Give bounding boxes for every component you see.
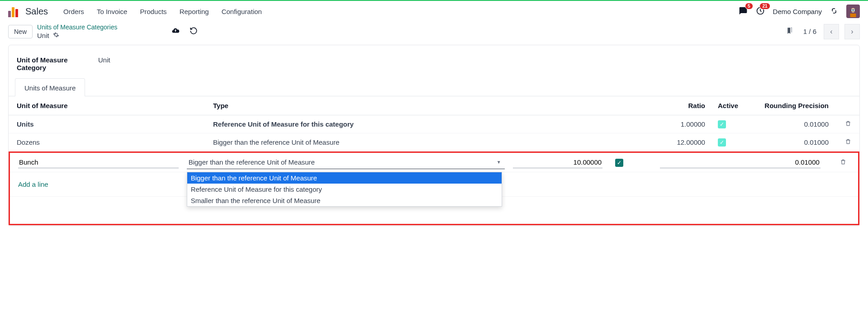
pager-next[interactable]: › (844, 24, 860, 39)
app-title[interactable]: Sales (25, 6, 48, 17)
svg-rect-6 (850, 14, 856, 17)
tabs: Units of Measure (9, 78, 859, 96)
table-row-editing[interactable]: Bigger than the reference Unit of Measur… (10, 153, 858, 172)
caret-down-icon: ▼ (497, 160, 501, 165)
col-uom[interactable]: Unit of Measure (9, 96, 205, 115)
dropdown-item[interactable]: Smaller than the reference Unit of Measu… (187, 195, 502, 206)
col-delete (837, 96, 859, 115)
uom-table: Unit of Measure Type Ratio Active Roundi… (9, 96, 859, 226)
cloud-upload-icon[interactable] (171, 27, 180, 36)
cell-ratio: 12.00000 (664, 133, 713, 151)
highlight-box: Bigger than the reference Unit of Measur… (9, 151, 859, 225)
col-type[interactable]: Type (205, 96, 664, 115)
control-bar: New Units of Measure Categories Unit 1 /… (0, 22, 868, 45)
avatar[interactable] (846, 5, 860, 18)
cell-type: Reference Unit of Measure for this categ… (213, 120, 354, 128)
type-dropdown: Bigger than the reference Unit of Measur… (187, 172, 502, 207)
navbar: Sales Orders To Invoice Products Reporti… (0, 1, 868, 22)
dropdown-item[interactable]: Reference Unit of Measure for this categ… (187, 184, 502, 195)
breadcrumb-current: Unit (37, 32, 49, 39)
table-row[interactable]: Units Reference Unit of Measure for this… (9, 115, 859, 133)
svg-rect-5 (853, 9, 855, 11)
table-row[interactable]: Dozens Bigger than the reference Unit of… (9, 133, 859, 151)
col-active[interactable]: Active (713, 96, 746, 115)
trash-icon[interactable] (845, 138, 851, 146)
breadcrumb: Units of Measure Categories Unit (37, 24, 117, 39)
trash-icon[interactable] (845, 120, 851, 128)
type-select[interactable]: Bigger than the reference Unit of Measur… (187, 156, 505, 169)
category-label: Unit of Measure Category (17, 56, 98, 71)
active-checkbox[interactable]: ✓ (718, 120, 726, 128)
nav-to-invoice[interactable]: To Invoice (91, 5, 133, 18)
activities-icon[interactable]: 21 (756, 6, 765, 17)
app-logo[interactable] (8, 5, 20, 17)
nav-orders[interactable]: Orders (58, 5, 90, 18)
active-checkbox[interactable]: ✓ (718, 138, 726, 147)
discard-icon[interactable] (190, 27, 198, 36)
nav-reporting[interactable]: Reporting (174, 5, 214, 18)
nav-products[interactable]: Products (134, 5, 172, 18)
cell-type: Bigger than the reference Unit of Measur… (205, 133, 664, 151)
active-checkbox[interactable]: ✓ (615, 159, 623, 167)
cell-round: 0.01000 (746, 115, 837, 133)
col-ratio[interactable]: Ratio (664, 96, 713, 115)
company-selector[interactable]: Demo Company (773, 8, 822, 15)
pager-text[interactable]: 1 / 6 (803, 28, 816, 35)
tab-uom[interactable]: Units of Measure (15, 78, 85, 96)
new-button[interactable]: New (8, 25, 33, 38)
cell-name: Dozens (9, 133, 205, 151)
svg-rect-4 (851, 9, 853, 11)
category-value[interactable]: Unit (98, 56, 110, 71)
nav-configuration[interactable]: Configuration (216, 5, 267, 18)
pager-prev[interactable]: ‹ (824, 24, 839, 39)
cell-name: Units (17, 120, 34, 128)
bookmark-icon[interactable] (785, 26, 793, 37)
messages-icon[interactable]: 5 (739, 6, 748, 17)
cell-round: 0.01000 (746, 133, 837, 151)
messages-badge: 5 (745, 3, 753, 9)
debug-icon[interactable] (830, 7, 838, 16)
form-card: Unit of Measure Category Unit Units of M… (8, 45, 860, 226)
rounding-input[interactable] (660, 156, 821, 168)
breadcrumb-parent[interactable]: Units of Measure Categories (37, 24, 117, 31)
type-select-value: Bigger than the reference Unit of Measur… (189, 158, 315, 166)
activities-badge: 21 (759, 3, 770, 9)
gear-icon[interactable] (53, 32, 59, 39)
cell-ratio: 1.00000 (664, 115, 713, 133)
col-round[interactable]: Rounding Precision (746, 96, 837, 115)
trash-icon[interactable] (840, 159, 846, 166)
dropdown-item[interactable]: Bigger than the reference Unit of Measur… (187, 172, 502, 184)
ratio-input[interactable] (513, 156, 602, 168)
uom-name-input[interactable] (18, 156, 179, 168)
